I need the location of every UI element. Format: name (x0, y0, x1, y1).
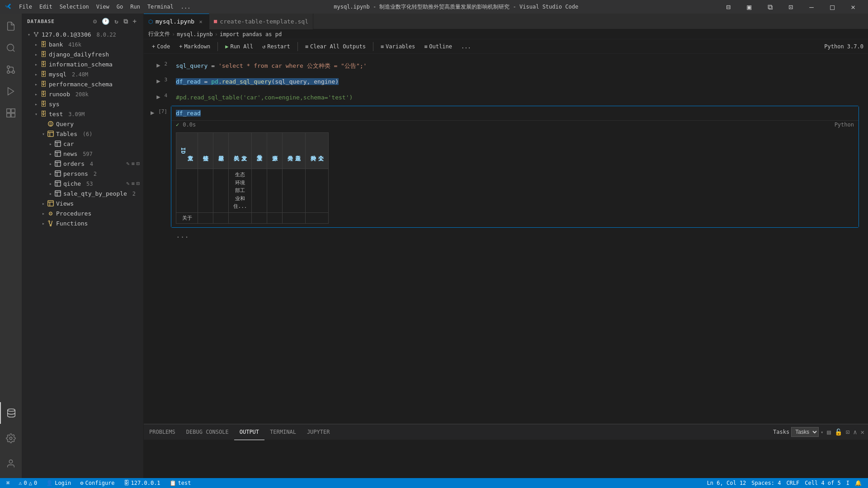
activity-explorer[interactable] (0, 15, 22, 37)
status-db[interactable]: 📋 test (167, 478, 194, 488)
window-layout-sidebar[interactable]: ⊟ (718, 0, 739, 14)
cell-4-code[interactable]: #pd.read_sql_table('car',con=engine,sche… (171, 90, 859, 104)
panel-lock-icon[interactable]: 🔓 (835, 428, 842, 436)
db-django[interactable]: 🗄 django_dailyfresh (22, 49, 143, 59)
activity-search[interactable] (0, 37, 22, 59)
menu-terminal[interactable]: Terminal (144, 0, 177, 14)
test-query[interactable]: Q Query (22, 119, 143, 129)
sale-qty-arrow[interactable] (47, 190, 54, 197)
activity-database[interactable] (0, 402, 22, 424)
persons-arrow[interactable] (47, 170, 54, 177)
panel-tab-problems[interactable]: PROBLEMS (144, 424, 181, 440)
breadcrumb-folder[interactable]: 行业文件 (148, 30, 170, 38)
menu-view[interactable]: View (93, 0, 113, 14)
db-runoob[interactable]: 🗄 runoob 208k (22, 89, 143, 99)
table-orders[interactable]: orders 4 ✎ ≡ ⊡ (22, 159, 143, 169)
restart-button[interactable]: ↺ Restart (259, 41, 294, 52)
variables-button[interactable]: ≡ Variables (377, 41, 419, 52)
status-cursor[interactable]: I (844, 478, 852, 488)
menu-go[interactable]: Go (113, 0, 127, 14)
window-layout-panel[interactable]: ⊡ (780, 0, 801, 14)
cell-2-code[interactable]: sql_query = 'select * from car where 公文种… (171, 59, 859, 73)
orders-edit-icon[interactable]: ✎ (126, 160, 129, 167)
tab-sql-template[interactable]: ■ create-table-template.sql (209, 14, 313, 29)
table-car[interactable]: car (22, 139, 143, 149)
news-arrow[interactable] (47, 150, 54, 157)
clear-outputs-button[interactable]: ≡ Clear All Outputs (302, 41, 369, 52)
tab-mysql-ipynb[interactable]: ⬡ mysql.ipynb ✕ (144, 14, 209, 29)
status-cell[interactable]: Cell 4 of 5 (802, 478, 843, 488)
info-arrow[interactable] (33, 61, 40, 68)
perf-arrow[interactable] (33, 80, 40, 88)
menu-file[interactable]: File (15, 0, 36, 14)
test-functions[interactable]: Functions (22, 218, 143, 228)
breadcrumb-symbol[interactable]: import pandas as pd (220, 31, 282, 38)
add-code-button[interactable]: + Code (148, 41, 174, 52)
run-all-button[interactable]: ▶ Run All (222, 41, 257, 52)
test-procedures[interactable]: ⚙ Procedures (22, 208, 143, 218)
sidebar-history-icon[interactable]: 🕐 (101, 17, 111, 26)
table-qiche[interactable]: qiche 53 ✎ ≡ ⊡ (22, 178, 143, 188)
mysql-arrow[interactable] (33, 70, 40, 78)
db-performance[interactable]: 🗄 performance_schema (22, 79, 143, 89)
runoob-arrow[interactable] (33, 90, 40, 98)
test-arrow[interactable] (33, 110, 40, 117)
add-markdown-button[interactable]: + Markdown (175, 41, 214, 52)
table-news[interactable]: news 597 (22, 149, 143, 159)
db-mysql[interactable]: 🗄 mysql 2.48M (22, 69, 143, 79)
menu-more[interactable]: ... (177, 0, 194, 14)
window-close[interactable]: ✕ (843, 0, 863, 14)
python-version-indicator[interactable]: Python 3.7.0 (824, 43, 863, 50)
panel-tab-debug[interactable]: DEBUG CONSOLE (181, 424, 234, 440)
functions-arrow[interactable] (40, 220, 47, 227)
activity-extensions[interactable] (0, 102, 22, 124)
activity-settings[interactable] (0, 427, 22, 449)
window-layout-zen[interactable]: ▣ (739, 0, 760, 14)
bank-arrow[interactable] (33, 41, 40, 48)
tasks-select[interactable]: Tasks (791, 427, 819, 437)
qiche-new-icon[interactable]: ⊡ (137, 180, 140, 187)
panel-clear-icon[interactable]: ▤ (827, 428, 830, 436)
sidebar-split-icon[interactable]: ⧉ (123, 17, 129, 26)
views-arrow[interactable] (40, 200, 47, 207)
menu-run[interactable]: Run (127, 0, 144, 14)
activity-source-control[interactable] (0, 59, 22, 80)
menu-selection[interactable]: Selection (56, 0, 93, 14)
menu-edit[interactable]: Edit (36, 0, 56, 14)
status-configure[interactable]: ⚙ Configure (77, 478, 117, 488)
panel-tab-terminal[interactable]: TERMINAL (264, 424, 302, 440)
activity-run-debug[interactable] (0, 80, 22, 102)
table-persons[interactable]: persons 2 (22, 169, 143, 178)
db-test[interactable]: 🗄 test 3.09M (22, 109, 143, 119)
cell-3-run-button[interactable]: ▶ (154, 77, 162, 85)
qiche-edit-icon[interactable]: ✎ (126, 180, 129, 187)
tasks-dropdown-icon[interactable]: ▾ (821, 430, 823, 435)
cell-more-dots[interactable]: ... (171, 229, 859, 241)
toolbar-more-button[interactable]: ... (458, 41, 475, 52)
status-errors[interactable]: ⚠ 0 △ 0 (16, 478, 40, 488)
db-info-schema[interactable]: 🗄 information_schema (22, 59, 143, 69)
cell-3-code[interactable]: df_read = pd.read_sql_query(sql_query, e… (171, 75, 859, 89)
window-maximize[interactable]: □ (822, 0, 843, 14)
test-views[interactable]: Views (22, 198, 143, 208)
django-arrow[interactable] (33, 51, 40, 58)
orders-list-icon[interactable]: ≡ (132, 160, 135, 167)
qiche-arrow[interactable] (47, 180, 54, 187)
status-spaces[interactable]: Spaces: 4 (749, 478, 783, 488)
qiche-list-icon[interactable]: ≡ (132, 180, 135, 187)
tab-mysql-close[interactable]: ✕ (197, 18, 204, 25)
outline-button[interactable]: ≡ Outline (420, 41, 456, 52)
breadcrumb-file[interactable]: mysql.ipynb (177, 31, 212, 38)
sidebar-settings-icon[interactable]: ⚙ (92, 17, 98, 26)
db-connection[interactable]: 127.0.0.1@3306 8.0.22 (22, 29, 143, 39)
panel-close-button[interactable]: ✕ (861, 428, 864, 436)
panel-tab-output[interactable]: OUTPUT (234, 424, 264, 440)
db-sys[interactable]: 🗄 sys (22, 99, 143, 109)
panel-move-up-icon[interactable]: ∧ (853, 428, 857, 436)
sidebar-refresh-icon[interactable]: ↻ (113, 17, 119, 26)
orders-arrow[interactable] (47, 160, 54, 167)
sidebar-add-icon[interactable]: + (132, 17, 138, 26)
test-tables[interactable]: Tables (6) (22, 129, 143, 139)
db-bank[interactable]: 🗄 bank 416k (22, 39, 143, 49)
window-minimize[interactable]: — (801, 0, 822, 14)
